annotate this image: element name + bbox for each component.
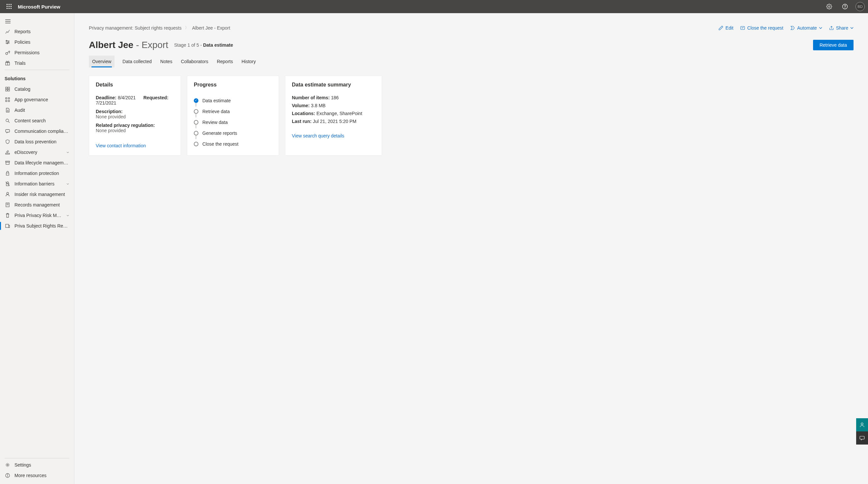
sidebar-item-trials[interactable]: Trials	[0, 58, 74, 68]
shield-icon	[5, 139, 10, 145]
sidebar-item-reports[interactable]: Reports	[0, 26, 74, 37]
sidebar-item-catalog[interactable]: Catalog	[0, 84, 74, 94]
sidebar-item-ediscovery[interactable]: eDiscovery	[0, 147, 74, 158]
sidebar-item-information-barriers[interactable]: Information barriers	[0, 179, 74, 189]
progress-step: Generate reports	[194, 128, 272, 138]
sidebar-item-label: Records management	[14, 202, 69, 207]
svg-point-47	[7, 464, 8, 465]
svg-rect-25	[6, 90, 7, 91]
svg-point-42	[7, 192, 8, 194]
sidebar-item-label: Permissions	[14, 50, 69, 55]
sidebar-item-app-governance[interactable]: App governance	[0, 94, 74, 105]
sidebar-item-label: eDiscovery	[14, 150, 62, 155]
retrieve-data-button[interactable]: Retrieve data	[813, 40, 854, 50]
sidebar-item-data-lifecycle-management[interactable]: Data lifecycle management	[0, 158, 74, 168]
progress-dot-icon	[194, 142, 198, 146]
svg-rect-1	[8, 4, 9, 5]
breadcrumb-root[interactable]: Privacy management: Subject rights reque…	[89, 25, 182, 31]
progress-step: Review data	[194, 117, 272, 128]
progress-heading: Progress	[194, 82, 272, 88]
sidebar-item-information-protection[interactable]: Information protection	[0, 168, 74, 179]
collapse-nav-icon[interactable]	[2, 17, 14, 26]
sidebar-item-policies[interactable]: Policies	[0, 37, 74, 47]
sidebar-item-label: Priva Subject Rights Requests	[14, 223, 69, 228]
tab-data-collected[interactable]: Data collected	[122, 56, 152, 67]
sidebar-item-priva-subject-rights-requests[interactable]: Priva Subject Rights Requests	[0, 221, 74, 231]
progress-step-label: Review data	[203, 120, 228, 125]
breadcrumb: Privacy management: Subject rights reque…	[89, 25, 230, 31]
details-heading: Details	[96, 82, 174, 88]
sidebar-item-label: Trials	[14, 61, 69, 66]
sidebar-item-label: Communication compliance	[14, 129, 69, 134]
sidebar-item-insider-risk-management[interactable]: Insider risk management	[0, 189, 74, 200]
view-contact-link[interactable]: View contact information	[96, 143, 146, 148]
summary-heading: Data estimate summary	[292, 82, 375, 88]
sidebar-item-settings[interactable]: Settings	[0, 460, 74, 470]
sidebar-item-label: Priva Privacy Risk Managem…	[14, 213, 62, 218]
svg-point-33	[6, 119, 8, 122]
sidebar-item-data-loss-prevention[interactable]: Data loss prevention	[0, 136, 74, 147]
gavel-icon	[5, 149, 10, 155]
tab-collaborators[interactable]: Collaborators	[180, 56, 209, 67]
progress-step: Data estimate	[194, 95, 272, 106]
chevron-down-icon	[850, 26, 854, 30]
sidebar-item-more-resources[interactable]: More resources	[0, 470, 74, 481]
doc-icon	[5, 107, 10, 113]
automate-button[interactable]: Automate	[790, 25, 822, 31]
sidebar-item-label: Settings	[14, 462, 69, 467]
barrier-icon	[5, 181, 10, 187]
settings-icon[interactable]	[824, 1, 834, 12]
view-query-link[interactable]: View search query details	[292, 133, 344, 138]
svg-rect-26	[8, 90, 9, 91]
sidebar-item-label: Information barriers	[14, 181, 62, 187]
lock-icon	[5, 170, 10, 176]
sidebar-item-label: App governance	[14, 97, 69, 102]
progress-step: Close the request	[194, 138, 272, 149]
feedback-button[interactable]	[856, 418, 868, 431]
tab-history[interactable]: History	[241, 56, 257, 67]
svg-rect-8	[10, 8, 11, 9]
sidebar-item-priva-privacy-risk-managem-[interactable]: Priva Privacy Risk Managem…	[0, 210, 74, 221]
help-icon[interactable]	[840, 1, 850, 12]
close-request-button[interactable]: Close the request	[740, 25, 783, 31]
sidebar-item-permissions[interactable]: Permissions	[0, 47, 74, 58]
svg-rect-46	[6, 224, 8, 228]
progress-dot-icon	[194, 98, 198, 103]
chevron-down-icon	[66, 150, 69, 155]
sidebar: ReportsPoliciesPermissionsTrials Solutio…	[0, 13, 74, 484]
svg-rect-38	[6, 162, 9, 164]
edit-button[interactable]: Edit	[718, 25, 734, 31]
svg-rect-7	[8, 8, 9, 9]
sidebar-item-communication-compliance[interactable]: Communication compliance	[0, 126, 74, 136]
request-icon	[5, 223, 10, 229]
user-avatar[interactable]: BD	[856, 2, 865, 11]
brand-title: Microsoft Purview	[18, 4, 60, 9]
tab-reports[interactable]: Reports	[216, 56, 234, 67]
svg-line-34	[8, 121, 9, 123]
share-button[interactable]: Share	[829, 25, 854, 31]
sidebar-item-label: Policies	[14, 39, 69, 45]
svg-rect-4	[8, 6, 9, 7]
sidebar-item-label: More resources	[14, 473, 69, 478]
progress-step-label: Generate reports	[203, 131, 237, 136]
gear-icon	[5, 462, 10, 468]
svg-point-9	[829, 6, 830, 7]
tab-overview[interactable]: Overview	[89, 56, 115, 67]
breadcrumb-current: Albert Jee - Export	[192, 25, 230, 31]
sidebar-item-audit[interactable]: Audit	[0, 105, 74, 116]
search-icon	[5, 118, 10, 124]
chart-icon	[5, 29, 10, 35]
sidebar-item-records-management[interactable]: Records management	[0, 200, 74, 210]
svg-point-50	[7, 475, 8, 475]
chevron-down-icon	[66, 181, 69, 187]
details-card: Details Deadline: 8/4/2021 Requested: 7/…	[89, 76, 181, 156]
progress-step-label: Data estimate	[203, 98, 231, 103]
tab-notes[interactable]: Notes	[160, 56, 173, 67]
chat-button[interactable]	[856, 431, 868, 445]
sidebar-item-label: Data lifecycle management	[14, 160, 69, 165]
app-launcher-icon[interactable]	[3, 1, 15, 12]
sidebar-item-content-search[interactable]: Content search	[0, 116, 74, 126]
archive-icon	[5, 160, 10, 166]
svg-rect-5	[10, 6, 11, 7]
sidebar-item-label: Content search	[14, 118, 69, 123]
